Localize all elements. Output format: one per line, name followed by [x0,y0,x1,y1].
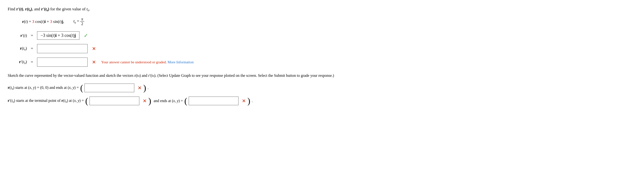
r-prime-t-row: r′(t) = −3 sin(t)i + 3 cos(t)j ✓ [8,31,636,40]
open-paren-1: ( [80,84,83,92]
t0-expression: t0 = π2 [72,17,84,26]
correct-checkmark-1: ✓ [84,32,88,39]
close-paren-3: ) [248,96,250,105]
r-prime-t0-start-cross: ✕ [143,98,147,104]
given-equation-text: r(t) = 3 cos(t)i + 3 sin(t)j, [22,19,64,24]
r-t0-input[interactable] [37,44,88,53]
r-prime-t-label: r′(t) [16,7,23,11]
r-prime-t0-input[interactable] [37,58,88,67]
r-prime-t-row-label: r′(t) [8,33,27,38]
error-message: Your answer cannot be understood or grad… [101,60,194,64]
incorrect-cross-3: ✕ [92,59,96,65]
more-info-link[interactable]: More Information [168,60,194,64]
close-paren-1: ) [143,84,146,92]
r-t0-row-label: r(t0) [8,46,27,51]
r-t0-coord-label: r(t0) starts at (x, y) = (0, 0) and ends… [8,86,79,90]
r-t0-end-x-input[interactable] [84,84,134,92]
period-2: . [252,99,253,103]
error-text: Your answer cannot be understood or grad… [101,60,167,64]
r-prime-t0-label: r′(t0) [41,7,49,11]
r-prime-t0-coord-row: r′(t0) starts at the terminal point of r… [8,96,636,105]
r-prime-t0-row: r′(t0) = ✕ Your answer cannot be underst… [8,58,636,67]
open-paren-2: ( [85,96,88,105]
and-ends-label: and ends at (x, y) = [152,99,183,103]
equals-3: = [31,60,33,64]
sketch-paragraph: Sketch the curve represented by the vect… [8,72,393,79]
r-prime-t-answer-display: −3 sin(t)i + 3 cos(t)j [37,31,80,40]
r-t0-coord-row: r(t0) starts at (x, y) = (0, 0) and ends… [8,84,636,92]
r-prime-t0-end-cross: ✕ [242,98,246,104]
coeff-cos: 3 [32,19,34,24]
r-prime-t0-end-x-input[interactable] [189,96,238,105]
r-prime-t0-start-x-input[interactable] [90,96,139,105]
r-prime-t0-coord-label-start: r′(t0) starts at the terminal point of r… [8,98,84,103]
r-prime-t0-row-label: r′(t0) [8,60,27,64]
close-paren-2: ) [148,96,151,105]
equals-2: = [31,46,33,51]
given-equation-row: r(t) = 3 cos(t)i + 3 sin(t)j, t0 = π2 [22,17,636,26]
period-1: . [148,86,148,90]
equals-1: = [31,33,33,38]
incorrect-cross-2: ✕ [92,46,96,52]
coeff-sin: 3 [50,19,52,24]
r-t0-label: r(t0) [25,7,32,11]
problem-header: Find r′(t), r(t0), and r′(t0) for the gi… [8,6,636,13]
r-t0-end-cross: ✕ [138,85,142,91]
r-t0-row: r(t0) = ✕ [8,44,636,53]
open-paren-3: ( [184,96,187,105]
